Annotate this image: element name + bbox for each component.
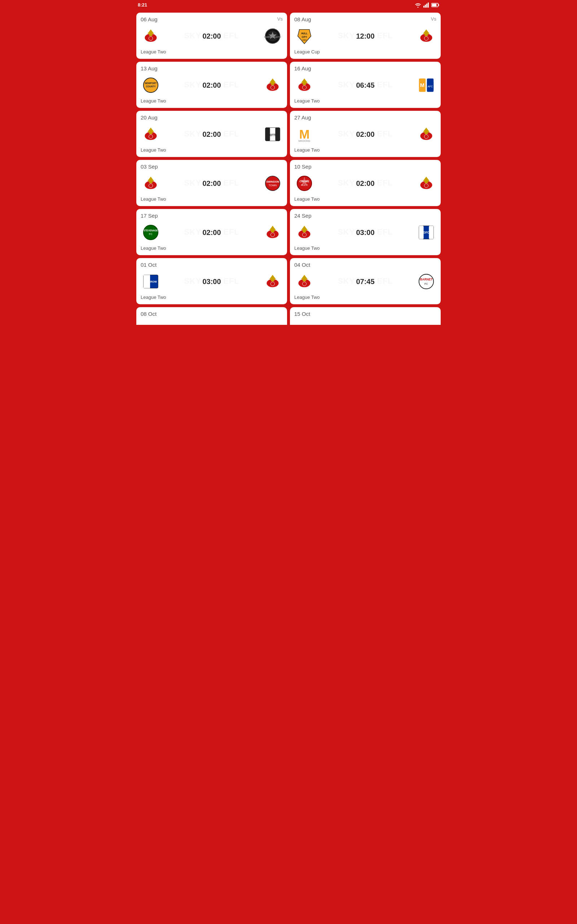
match-date: 08 Oct — [141, 311, 283, 317]
svg-rect-3 — [428, 3, 429, 8]
match-card-m7[interactable]: 03 Sep SKY BET EFL 02:00 SWINDON TOWN Le… — [136, 160, 287, 206]
svg-text:HULL: HULL — [301, 32, 307, 35]
match-card-m6[interactable]: 27 Aug SKY BET EFL M MKDONS 02:00 League… — [290, 111, 441, 157]
match-time: 02:00 — [160, 130, 264, 139]
svg-point-55 — [148, 184, 153, 188]
status-icons — [415, 3, 439, 8]
match-card-m5[interactable]: 20 Aug SKY BET EFL 02:00 NOTTS League Tw… — [136, 111, 287, 157]
match-league: League Two — [294, 246, 436, 251]
home-team-logo: HULL CITY 1904 — [296, 27, 313, 45]
home-team-logo — [296, 273, 313, 290]
match-date: 01 Oct — [141, 262, 283, 268]
away-team-logo: SWINDON TOWN — [264, 175, 281, 192]
svg-text:AFC: AFC — [428, 85, 433, 88]
match-time: 02:00 — [160, 179, 264, 188]
away-team-logo — [264, 76, 281, 94]
svg-point-21 — [424, 36, 428, 40]
svg-text:1904: 1904 — [302, 39, 306, 41]
match-row: CREWE ALEX 02:00 — [294, 172, 436, 195]
match-card-m11[interactable]: 01 Oct SKY BET EFL BARROW 03:00 League T… — [136, 258, 287, 304]
match-date: 04 Oct — [294, 262, 436, 268]
svg-point-91 — [302, 282, 306, 286]
svg-text:MKDONS: MKDONS — [298, 139, 310, 142]
svg-point-10 — [148, 36, 153, 40]
status-time: 8:21 — [138, 2, 147, 8]
match-row: STEVENAGE FC 02:00 — [141, 221, 283, 244]
match-card-m2[interactable]: 08 AugVs SKY BET EFL HULL CITY 1904 12:0… — [290, 13, 441, 59]
match-league: League Two — [141, 147, 283, 153]
match-date: 08 Aug — [294, 16, 436, 23]
match-row: 02:00 HARROGATE — [141, 24, 283, 48]
match-time: 12:00 — [313, 32, 417, 40]
match-league: League Two — [141, 49, 283, 55]
svg-point-73 — [271, 233, 274, 237]
away-team-logo: NOTTS — [264, 126, 281, 143]
svg-point-40 — [148, 135, 153, 139]
match-row: 06:45 M AFC — [294, 74, 436, 97]
match-card-m4[interactable]: 16 Aug SKY BET EFL 06:45 M AFC League Tw… — [290, 62, 441, 108]
match-time: 02:00 — [313, 179, 417, 188]
svg-rect-6 — [432, 3, 437, 6]
match-league: League Two — [141, 246, 283, 251]
svg-text:FC: FC — [149, 233, 153, 236]
svg-rect-80 — [429, 226, 434, 239]
svg-text:GFC: GFC — [423, 231, 429, 234]
away-team-logo — [264, 273, 281, 290]
match-card-m12[interactable]: 04 Oct SKY BET EFL 07:45 BARNET FC Leagu… — [290, 258, 441, 304]
match-time: 03:00 — [313, 228, 417, 237]
match-time: 03:00 — [160, 278, 264, 286]
match-league: League Two — [294, 147, 436, 153]
match-row: NEWPORT COUNTY 02:00 — [141, 74, 283, 97]
svg-text:NEWPORT: NEWPORT — [145, 82, 157, 84]
match-league: League Cup — [294, 49, 436, 55]
match-time: 02:00 — [160, 81, 264, 89]
svg-point-51 — [424, 135, 428, 139]
svg-text:BARNET: BARNET — [420, 278, 432, 281]
match-league: League Two — [294, 294, 436, 300]
svg-point-28 — [271, 86, 274, 89]
match-date: 13 Aug — [141, 65, 283, 71]
home-team-logo: STEVENAGE FC — [142, 224, 160, 241]
svg-point-77 — [302, 233, 306, 237]
match-row: HULL CITY 1904 12:00 — [294, 24, 436, 48]
match-date: 27 Aug — [294, 115, 436, 121]
home-team-logo: NEWPORT COUNTY — [142, 76, 160, 94]
match-card-m9[interactable]: 17 Sep SKY BET EFL STEVENAGE FC 02:00 Le… — [136, 209, 287, 255]
svg-rect-2 — [426, 3, 427, 8]
wifi-icon — [415, 3, 421, 8]
svg-point-32 — [302, 86, 306, 89]
home-team-logo — [142, 27, 160, 45]
svg-point-92 — [419, 274, 434, 289]
svg-text:BARROW: BARROW — [145, 280, 157, 283]
svg-rect-5 — [438, 4, 439, 6]
match-league: League Two — [294, 98, 436, 103]
svg-text:COUNTY: COUNTY — [146, 85, 156, 88]
match-card-m13[interactable]: 08 Oct — [136, 307, 287, 325]
match-card-m14[interactable]: 15 Oct — [290, 307, 441, 325]
away-team-logo — [264, 224, 281, 241]
home-team-logo — [142, 175, 160, 192]
match-card-m1[interactable]: 06 AugVs SKY BET EFL 02:00 HARROGATE Lea… — [136, 13, 287, 59]
svg-text:SWINDON: SWINDON — [266, 180, 279, 183]
home-team-logo — [142, 126, 160, 143]
match-date: 15 Oct — [294, 311, 436, 317]
home-team-logo: BARROW — [142, 273, 160, 290]
battery-icon — [431, 3, 439, 7]
away-team-logo: M AFC — [417, 76, 435, 94]
svg-point-66 — [424, 184, 428, 188]
signal-icon — [423, 3, 429, 8]
matches-grid: 06 AugVs SKY BET EFL 02:00 HARROGATE Lea… — [134, 10, 443, 328]
svg-text:M: M — [420, 82, 424, 88]
match-date: 24 Sep — [294, 213, 436, 219]
match-card-m10[interactable]: 24 Sep SKY BET EFL 03:00 GFC League Two — [290, 209, 441, 255]
match-league: League Two — [294, 196, 436, 202]
home-team-logo — [296, 224, 313, 241]
home-team-logo: M MKDONS — [296, 126, 313, 143]
match-date: 06 Aug — [141, 16, 283, 23]
match-card-m8[interactable]: 10 Sep SKY BET EFL CREWE ALEX 02:00 Leag… — [290, 160, 441, 206]
match-row: 02:00 NOTTS — [141, 123, 283, 146]
vs-label: Vs — [431, 16, 436, 22]
match-league: League Two — [141, 196, 283, 202]
match-date: 10 Sep — [294, 163, 436, 170]
match-card-m3[interactable]: 13 Aug SKY BET EFL NEWPORT COUNTY 02:00 … — [136, 62, 287, 108]
